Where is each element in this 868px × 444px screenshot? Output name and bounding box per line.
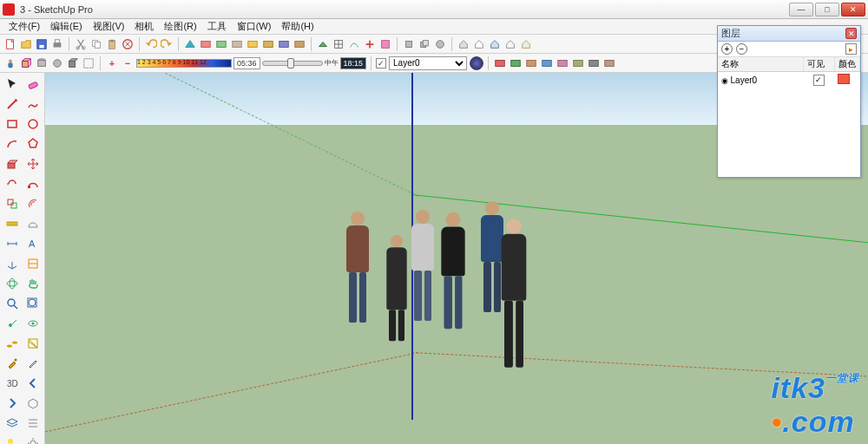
layer-menu-icon[interactable]: ▸ [845,43,857,55]
3dtext-icon[interactable]: 3D [2,374,22,393]
render7-icon[interactable] [277,37,291,51]
month-spectrum[interactable]: 1 2 3 4 5 6 7 8 9 10 11 12 [136,59,232,68]
outliner-icon[interactable] [23,414,43,433]
layer-dropdown[interactable]: Layer0 [389,56,467,70]
menu-tools[interactable]: 工具 [202,20,232,33]
open-icon[interactable] [19,37,33,51]
layers-panel[interactable]: 图层 ✕ + − ▸ 名称 可见 颜色 ◉ Layer0 ✓ [717,25,861,178]
section-tool-icon[interactable] [23,254,43,273]
menu-view[interactable]: 视图(V) [88,20,130,33]
layer-color-swatch[interactable] [838,74,850,84]
next-icon[interactable] [2,394,22,413]
style4-icon[interactable] [540,56,554,70]
layer-globe-icon[interactable] [470,56,483,70]
time-slider[interactable] [262,61,323,66]
circle-tool-icon[interactable] [23,114,43,134]
walk-icon[interactable] [2,334,22,353]
col-name[interactable]: 名称 [718,57,803,72]
style8-icon[interactable] [602,56,616,70]
previous-icon[interactable] [23,374,43,393]
paint-icon[interactable] [2,354,22,373]
solids1-icon[interactable] [402,37,416,51]
menu-camera[interactable]: 相机 [129,20,159,33]
arc-tool-icon[interactable] [2,134,22,153]
style2-icon[interactable] [509,56,523,70]
layer-add-icon[interactable]: + [721,43,733,55]
component-cone-icon[interactable] [66,56,80,70]
zoom-tool-icon[interactable] [2,294,22,313]
solids3-icon[interactable] [433,37,447,51]
select-tool-icon[interactable] [2,75,22,94]
menu-draw[interactable]: 绘图(R) [159,20,201,33]
layer-remove-icon[interactable]: − [736,43,747,55]
axes-tool-icon[interactable] [2,254,22,273]
component-box-icon[interactable] [19,56,33,70]
minus-icon[interactable]: − [121,56,135,70]
style7-icon[interactable] [587,56,601,70]
pan-tool-icon[interactable] [23,274,43,293]
style6-icon[interactable] [571,56,585,70]
col-visible[interactable]: 可见 [803,57,834,72]
position-camera-icon[interactable] [2,314,22,333]
orbit-tool-icon[interactable] [2,274,22,293]
menu-window[interactable]: 窗口(W) [232,20,277,33]
window-close-button[interactable]: ✕ [841,3,865,16]
component-cyl-icon[interactable] [35,56,49,70]
component-person-icon[interactable] [3,56,17,70]
undo-icon[interactable] [144,37,158,51]
move-tool-icon[interactable] [23,154,43,173]
line-tool-icon[interactable] [2,95,22,114]
sandbox1-icon[interactable] [316,37,330,51]
scale-tool-icon[interactable] [2,194,22,213]
render3-icon[interactable] [214,37,228,51]
offset-tool-icon[interactable] [23,194,43,213]
layer-visible-check[interactable]: ✓ [376,58,386,69]
plus-icon[interactable]: + [105,56,119,70]
house1-icon[interactable] [457,37,470,51]
rotate-tool-icon[interactable] [2,174,22,193]
render8-icon[interactable] [293,37,306,51]
col-color[interactable]: 颜色 [834,57,859,72]
rectangle-tool-icon[interactable] [2,114,22,134]
iso-icon[interactable] [23,394,43,413]
render5-icon[interactable] [246,37,260,51]
print-icon[interactable] [50,37,64,51]
style1-icon[interactable] [493,56,507,70]
sandbox3-icon[interactable] [347,37,361,51]
render-icon[interactable] [183,37,197,51]
polygon-tool-icon[interactable] [23,134,43,153]
delete-icon[interactable] [121,37,135,51]
copy-icon[interactable] [89,37,103,51]
render2-icon[interactable] [199,37,213,51]
layer-visible-checkbox[interactable]: ✓ [813,75,825,86]
lookaround-icon[interactable] [23,314,43,333]
house4-icon[interactable] [503,37,517,51]
settings-icon[interactable] [23,434,43,444]
house5-icon[interactable] [519,37,533,51]
dimension-tool-icon[interactable] [2,234,22,253]
text-tool-icon[interactable]: A [23,234,43,253]
layers-panel-header[interactable]: 图层 ✕ [718,26,860,42]
menu-file[interactable]: 文件(F) [3,20,45,33]
shadows-icon[interactable] [2,434,22,444]
new-icon[interactable] [3,37,17,51]
cut-icon[interactable] [74,37,88,51]
freehand-tool-icon[interactable] [23,95,43,114]
layers-panel-close-icon[interactable]: ✕ [845,28,857,39]
tape-tool-icon[interactable] [2,214,22,233]
style5-icon[interactable] [556,56,569,70]
window-maximize-button[interactable]: □ [815,3,839,16]
render4-icon[interactable] [230,37,244,51]
window-minimize-button[interactable]: — [789,3,813,16]
people-components[interactable] [332,186,557,368]
zoom-extents-tool-icon[interactable] [23,294,43,313]
table-row[interactable]: ◉ Layer0 ✓ [718,72,860,88]
house2-icon[interactable] [472,37,486,51]
sample-icon[interactable] [23,354,43,373]
sandbox2-icon[interactable] [332,37,345,51]
house3-icon[interactable] [488,37,502,51]
menu-edit[interactable]: 编辑(E) [45,20,88,33]
eraser-tool-icon[interactable] [23,75,43,94]
followme-tool-icon[interactable] [23,174,43,193]
save-icon[interactable] [35,37,49,51]
